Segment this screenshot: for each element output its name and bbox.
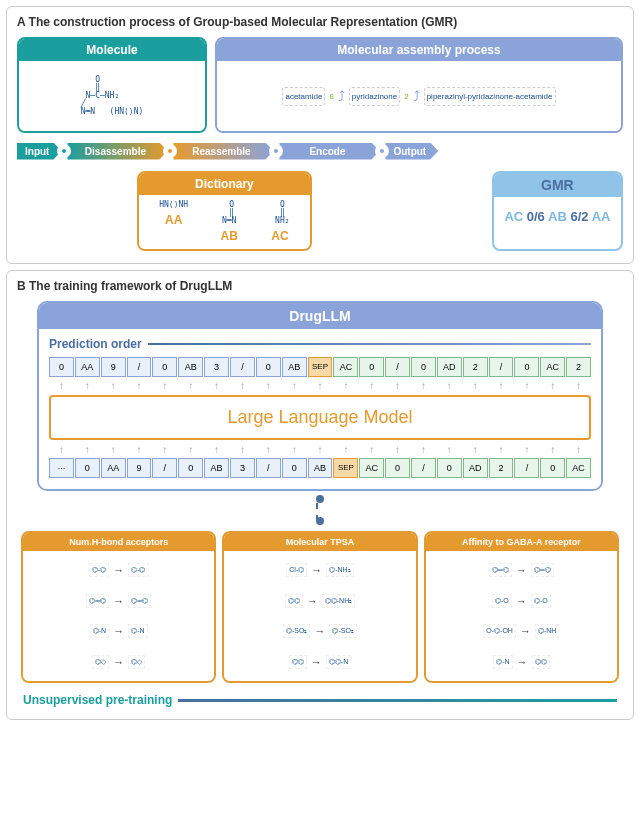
up-arrow-icon: ↑ [359, 380, 384, 391]
up-arrow-icon: ↑ [411, 380, 436, 391]
prediction-order-arrow: Prediction order [49, 337, 591, 351]
panel-b: B The training framework of DrugLLM Drug… [6, 270, 634, 720]
up-arrow-icon: ↑ [101, 444, 126, 455]
up-arrow-icon: ↑ [514, 380, 539, 391]
token: AA [101, 458, 126, 478]
property-row: Num.H-bond acceptors ⌬-⌬→⌬-⌬ ⌬═⌬→⌬═⌬ ⌬-N… [21, 531, 619, 683]
connector [17, 499, 623, 525]
dict-struct-2: O ‖ NH₂ [270, 201, 289, 225]
assembly-arrow-1: ⤴ [413, 88, 420, 104]
property-card-1: Molecular TPSA Cl-⌬→⌬-NH₂ ⌬⌬→⌬⌬-NH₂ ⌬-SO… [222, 531, 417, 683]
dictionary-body: HN⟨⟩NH AA O ‖ N═N AB O ‖ NH₂ AC [139, 195, 310, 249]
pipeline: Input Disassemble Reassemble Encode Outp… [17, 139, 623, 163]
up-arrow-icon: ↑ [385, 380, 410, 391]
assembly-body: acetamide 6 ⤴ pyridazinone 2 ⤴ piperazin… [217, 61, 621, 131]
pipe-disassemble: Disassemble [67, 143, 167, 160]
assembly-frag-0: acetamide [282, 87, 325, 106]
up-arrow-icon: ↑ [49, 444, 74, 455]
token: 0 [411, 357, 436, 377]
molecule-structure: O ‖ N─C─NH₂ ╱ N═N (HN⟨⟩N) [19, 61, 205, 131]
token: 0 [514, 357, 539, 377]
up-arrow-icon: ↑ [514, 444, 539, 455]
token: 0 [256, 357, 281, 377]
bond-label-1: 2 [404, 92, 408, 101]
assembly-frag-1: pyridazinone [349, 87, 400, 106]
arrow-row-up-2: ↑↑↑↑↑↑↑↑↑↑↑↑↑↑↑↑↑↑↑↑↑ [49, 444, 591, 455]
dict-item-1: O ‖ N═N AB [221, 201, 238, 243]
property-header-2: Affinity to GABA-A receptor [426, 533, 617, 551]
molecule-header: Molecule [19, 39, 205, 61]
up-arrow-icon: ↑ [489, 444, 514, 455]
token-row-input: ···0AA9/0AB3/0ABSEPAC0/0AD2/0AC [49, 458, 591, 478]
dict-label-2: AC [270, 229, 289, 243]
dictionary-card: Dictionary HN⟨⟩NH AA O ‖ N═N AB O ‖ NH₂ … [137, 171, 312, 251]
pipe-input: Input [17, 143, 61, 160]
token: / [256, 458, 281, 478]
molecule-card: Molecule O ‖ N─C─NH₂ ╱ N═N (HN⟨⟩N) [17, 37, 207, 133]
dict-label-1: AB [221, 229, 238, 243]
up-arrow-icon: ↑ [540, 380, 565, 391]
mol-pair: ⌬⌬→⌬⌬-N [228, 655, 411, 669]
dictionary-header: Dictionary [139, 173, 310, 195]
up-arrow-icon: ↑ [101, 380, 126, 391]
drugllm-header: DrugLLM [39, 303, 601, 329]
up-arrow-icon: ↑ [75, 380, 100, 391]
token: / [385, 357, 410, 377]
gmr-header: GMR [494, 173, 621, 197]
token: AB [282, 357, 307, 377]
gmr-tok-2: AB [548, 209, 567, 224]
token-row-output: 0AA9/0AB3/0ABSEPAC0/0AD2/0AC2 [49, 357, 591, 377]
token: / [411, 458, 436, 478]
up-arrow-icon: ↑ [256, 380, 281, 391]
token: 9 [127, 458, 152, 478]
dict-struct-1: O ‖ N═N [221, 201, 238, 225]
mol-pair: ⌬-SO₂→⌬-SO₂ [228, 624, 411, 638]
gmr-tok-1: 0/6 [527, 209, 545, 224]
panel-a-title: A The construction process of Group-base… [17, 15, 623, 29]
connector-inner [316, 499, 324, 525]
token: 9 [101, 357, 126, 377]
token: 0 [540, 458, 565, 478]
property-header-0: Num.H-bond acceptors [23, 533, 214, 551]
up-arrow-icon: ↑ [230, 380, 255, 391]
molecule-structure-glyph: O ‖ N─C─NH₂ ╱ N═N (HN⟨⟩N) [81, 76, 144, 116]
token: / [127, 357, 152, 377]
up-arrow-icon: ↑ [566, 380, 591, 391]
dict-item-0: HN⟨⟩NH AA [159, 201, 188, 243]
up-arrow-icon: ↑ [152, 380, 177, 391]
token: 0 [75, 458, 100, 478]
up-arrow-icon: ↑ [256, 444, 281, 455]
mol-pair: ⌬-N→⌬⌬ [430, 655, 613, 669]
properties-wrap: Num.H-bond acceptors ⌬-⌬→⌬-⌬ ⌬═⌬→⌬═⌬ ⌬-N… [17, 531, 623, 683]
token: AB [308, 458, 333, 478]
up-arrow-icon: ↑ [204, 380, 229, 391]
token: AC [359, 458, 384, 478]
assembly-arrow-0: ⤴ [338, 88, 345, 104]
drugllm-card: DrugLLM Prediction order 0AA9/0AB3/0ABSE… [37, 301, 603, 491]
up-arrow-icon: ↑ [152, 444, 177, 455]
up-arrow-icon: ↑ [333, 380, 358, 391]
up-arrow-icon: ↑ [385, 444, 410, 455]
token: AC [566, 458, 591, 478]
panel-b-title: B The training framework of DrugLLM [17, 279, 623, 293]
up-arrow-icon: ↑ [463, 380, 488, 391]
token: 3 [204, 357, 229, 377]
up-arrow-icon: ↑ [333, 444, 358, 455]
up-arrow-icon: ↑ [75, 444, 100, 455]
connector-dot-top [316, 495, 324, 503]
token: AC [333, 357, 358, 377]
up-arrow-icon: ↑ [282, 380, 307, 391]
token: 3 [230, 458, 255, 478]
up-arrow-icon: ↑ [437, 380, 462, 391]
token: 0 [282, 458, 307, 478]
token: AD [437, 357, 462, 377]
property-card-0: Num.H-bond acceptors ⌬-⌬→⌬-⌬ ⌬═⌬→⌬═⌬ ⌬-N… [21, 531, 216, 683]
token: 2 [463, 357, 488, 377]
property-body-0: ⌬-⌬→⌬-⌬ ⌬═⌬→⌬═⌬ ⌬-N→⌬-N ⌬◇→⌬◇ [23, 551, 214, 681]
token: 0 [152, 357, 177, 377]
token: SEP [308, 357, 333, 377]
up-arrow-icon: ↑ [308, 380, 333, 391]
pipe-encode: Encode [279, 143, 379, 160]
dict-struct-0: HN⟨⟩NH [159, 201, 188, 209]
property-card-2: Affinity to GABA-A receptor ⌬═⌬→⌬═⌬ ⌬-O→… [424, 531, 619, 683]
